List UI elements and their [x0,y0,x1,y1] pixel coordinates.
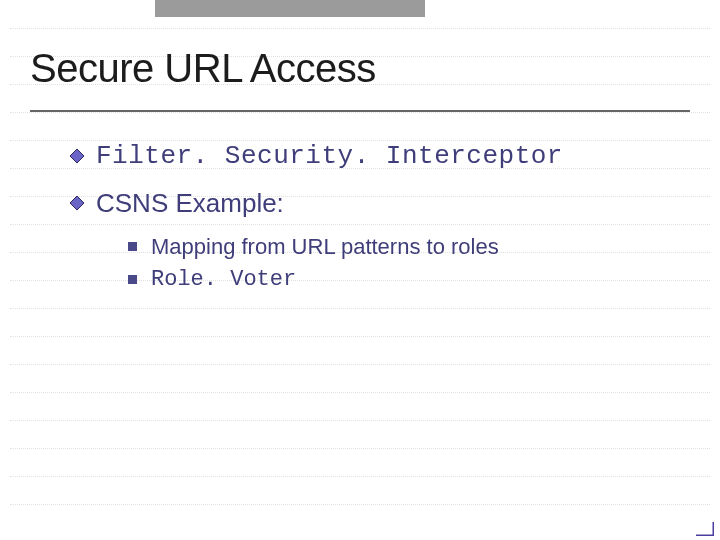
svg-marker-1 [70,196,84,210]
sub-bullet-item: Mapping from URL patterns to roles [128,233,670,262]
sub-bullet-text: Role. Voter [151,266,296,295]
top-grey-bar [155,0,425,17]
square-bullet-icon [128,275,137,284]
bullet-item: CSNS Example: [70,187,670,220]
slide-body: Filter. Security. Interceptor CSNS Examp… [70,140,670,298]
sub-bullet-text: Mapping from URL patterns to roles [151,233,499,262]
slide-title: Secure URL Access [30,46,376,91]
sub-bullet-item: Role. Voter [128,266,670,295]
square-bullet-icon [128,242,137,251]
sub-bullet-list: Mapping from URL patterns to roles Role.… [128,233,670,294]
diamond-bullet-icon [70,149,84,163]
title-underline [30,110,690,112]
corner-accent-icon [696,522,714,536]
bullet-text: CSNS Example: [96,187,284,220]
bullet-item: Filter. Security. Interceptor [70,140,670,173]
diamond-bullet-icon [70,196,84,210]
svg-marker-0 [70,149,84,163]
bullet-text: Filter. Security. Interceptor [96,140,563,173]
